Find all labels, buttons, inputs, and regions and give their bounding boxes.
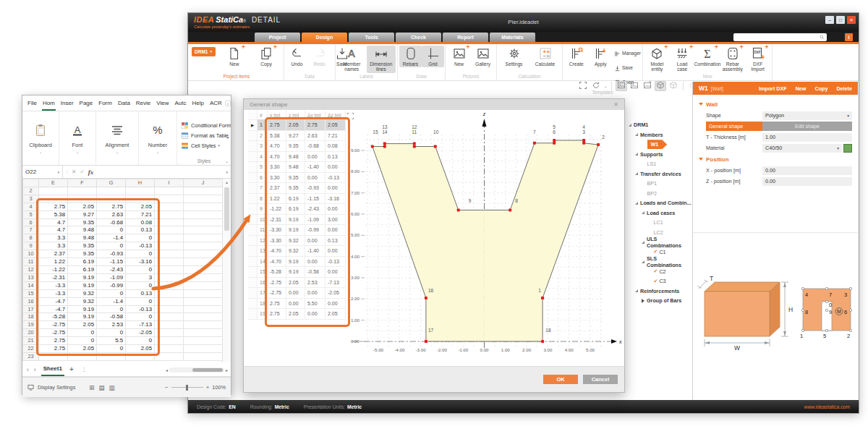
shape-table-row-6[interactable]: 63.309.350.00-0.13 [248,173,346,184]
shape-table-row-9[interactable]: 9-1.226.19-2.430.00 [248,204,346,215]
tree-item-supports[interactable]: Supports [629,150,692,160]
tree-item-reinforcements[interactable]: Reinforcements [629,286,692,297]
point-cell[interactable]: -3.16 [326,194,346,205]
cell-J3[interactable] [184,195,223,203]
point-cell[interactable]: 0.00 [326,299,346,310]
point-cell[interactable]: 9.32 [286,246,305,257]
cell-F17[interactable]: 9.19 [68,305,97,313]
point-cell[interactable]: 9.19 [286,267,305,278]
tree-item-ls1[interactable]: LS1 [629,159,692,169]
cell-G13[interactable]: -1.09 [97,273,126,281]
point-cell[interactable]: 2.37 [268,183,286,194]
search-input[interactable] [733,33,827,41]
scrollbar-thumb[interactable] [224,187,229,231]
cell-I5[interactable] [155,210,184,218]
cell-E4[interactable]: 2.75 [39,203,68,210]
scroll-right-icon[interactable]: ▸ [226,367,228,373]
expander-open-icon[interactable] [635,133,638,136]
check-icon[interactable]: ✔ [654,249,658,255]
shape-table-row-7[interactable]: 72.379.35-0.930.00 [248,183,346,194]
cell-F16[interactable]: 9.32 [68,297,97,305]
point-cell[interactable]: 9.19 [286,215,305,226]
point-cell[interactable]: 0.00 [326,183,346,194]
shape-table-row-12[interactable]: 12-3.309.320.000.13 [248,236,346,247]
view-refresh-button[interactable] [590,81,602,91]
point-cell[interactable]: 9.27 [286,131,305,142]
point-cell[interactable]: 2.05 [286,120,305,131]
cell-G17[interactable]: 0 [97,305,126,313]
point-cell[interactable]: -0.13 [326,257,346,268]
edit-shape-button[interactable]: Edit shape [762,122,852,131]
point-cell[interactable]: -2.05 [326,288,346,299]
chevron-down-icon[interactable]: ⌄ [604,84,608,88]
cell-F23[interactable] [68,352,97,360]
cell-H16[interactable]: 0 [126,297,155,305]
shape-table-row-11[interactable]: 11-3.309.19-0.990.00 [248,225,346,236]
cell-E11[interactable]: 1.22 [39,258,68,266]
cell-G11[interactable]: -1.15 [97,258,126,266]
cell-F14[interactable]: 9.19 [68,281,97,289]
cell-J7[interactable] [184,226,223,234]
tab-report[interactable]: Report [443,33,488,42]
tab-materials[interactable]: Materials [490,33,535,42]
shape-table-row-5[interactable]: 53.309.48-1.400.00 [248,162,346,173]
cell-E19[interactable]: -2.75 [39,321,68,329]
cell-E2[interactable] [39,187,68,195]
cell-I15[interactable] [155,289,184,297]
delete-button[interactable]: Delete [836,85,852,92]
cell-G21[interactable]: 5.5 [97,337,126,345]
cell-J12[interactable] [184,265,223,273]
edit-material-button[interactable] [843,144,852,153]
cell-G8[interactable]: -1.4 [97,234,126,242]
column-header-i[interactable]: I [155,179,184,187]
cell-E14[interactable]: -3.3 [39,281,68,289]
row-header-19[interactable]: 19 [23,321,39,329]
name-box[interactable]: O22 ▾ [22,166,63,178]
page-layout-icon[interactable]: ▤ [98,384,104,391]
tree-item-bp2[interactable]: BP2 [629,189,692,199]
cell-E7[interactable]: 4.7 [39,226,68,234]
point-cell[interactable]: 9.35 [286,141,305,152]
shape-table-row-19[interactable]: 192.752.050.002.05 [248,309,346,320]
shape-table-row-13[interactable]: 13-4.709.32-1.400.00 [248,246,346,257]
row-header-23[interactable]: 23 [23,352,39,360]
point-cell[interactable]: 2.75 [305,120,326,131]
point-cell[interactable]: 2.05 [326,120,346,131]
cell-I13[interactable] [155,273,184,281]
cell-J18[interactable] [184,313,223,321]
point-cell[interactable]: 9.19 [286,257,305,268]
point-cell[interactable]: -0.68 [305,141,326,152]
tree-item-load-cases[interactable]: Load cases [629,208,692,218]
cell-I2[interactable] [155,187,184,195]
cell-F10[interactable]: 9.35 [68,250,97,258]
point-cell[interactable]: -2.75 [268,288,286,299]
point-cell[interactable]: 2.75 [268,120,286,131]
row-header-21[interactable]: 21 [23,337,39,345]
view-image-new-button[interactable] [642,81,653,91]
excel-menu-inser[interactable]: Inser [58,95,77,111]
cell-H11[interactable]: -3.16 [126,258,155,266]
cell-I4[interactable] [155,203,184,210]
cell-G6[interactable]: -0.68 [97,218,126,226]
cell-F12[interactable]: 6.19 [68,265,97,273]
column-header-h[interactable]: H [126,179,155,187]
point-cell[interactable]: -2.43 [305,204,326,215]
point-cell[interactable]: 7.21 [326,131,346,142]
point-cell[interactable]: 0.00 [326,225,346,236]
point-cell[interactable]: 2.53 [305,278,326,289]
sheet-tab[interactable]: Sheet1 [41,362,64,376]
point-cell[interactable]: -4.70 [268,246,286,257]
cell-J17[interactable] [184,305,223,313]
row-header-13[interactable]: 13 [23,273,39,281]
row-header-20[interactable]: 20 [23,329,39,337]
expander-open-icon[interactable] [642,211,644,214]
expander-open-icon[interactable] [635,172,638,175]
point-cell[interactable]: 2.75 [268,309,286,320]
cell-F20[interactable]: 0 [68,329,97,337]
cell-J13[interactable] [184,273,223,281]
view-cube-light-button[interactable] [668,81,679,91]
point-cell[interactable]: 2.63 [305,131,326,142]
cell-H13[interactable]: 3 [126,273,155,281]
point-cell[interactable]: 5.50 [305,299,326,310]
point-cell[interactable]: 9.48 [286,162,305,173]
